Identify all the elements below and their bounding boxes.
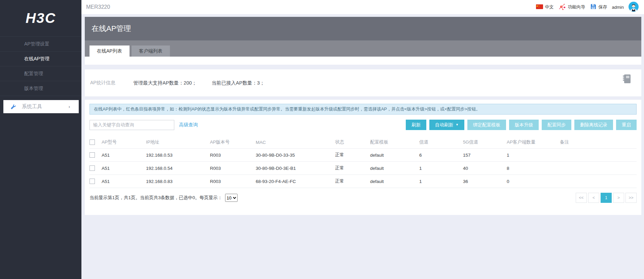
sidebar-item-ap-management-settings[interactable]: AP管理设置	[0, 36, 81, 51]
tools-icon	[9, 103, 17, 110]
china-flag-icon	[536, 4, 543, 10]
feature-wizard-button[interactable]: 功能向导	[559, 3, 585, 11]
table-cell: R003	[210, 162, 256, 175]
delete-offline-button[interactable]: 删除离线记录	[574, 120, 613, 130]
table-cell: 30-80-9B-D0-33-35	[256, 149, 335, 162]
tab-content-strip	[85, 57, 641, 65]
table-cell: 正常	[335, 149, 370, 162]
table-cell: default	[370, 149, 419, 162]
table-cell: A51	[102, 175, 146, 188]
page-title: 在线AP管理	[92, 24, 131, 34]
save-button[interactable]: 保存	[590, 3, 607, 11]
sidebar-menu: 系统信息快速设置MiniAP管理∨AP管理设置在线AP管理配置管理版本管理高级管…	[0, 36, 81, 111]
version-upgrade-button[interactable]: 版本升级	[509, 120, 539, 130]
table-cell: A51	[102, 149, 146, 162]
ap-stats-label: AP统计信息	[90, 80, 133, 86]
select-all-checkbox[interactable]	[90, 140, 95, 145]
table-cell: default	[370, 175, 419, 188]
table-row: A51192.168.0.83R00368-93-20-F4-AE-FC正常de…	[90, 175, 637, 188]
table-cell: 30-80-9B-D0-3E-B1	[256, 162, 335, 175]
sidebar-item-label: 配置管理	[24, 71, 43, 77]
log-notebook-icon[interactable]	[622, 74, 631, 85]
stats-panel: AP统计信息 管理最大支持AP数量：200； 当前已接入AP数量：3；	[85, 69, 641, 96]
table-cell	[560, 162, 637, 175]
table-cell: 0	[507, 175, 560, 188]
wizard-label: 功能向导	[568, 4, 585, 10]
h3c-logo: H3C	[0, 0, 81, 36]
column-header: 信道	[419, 136, 463, 149]
sidebar-item-version-management[interactable]: 版本管理	[0, 81, 81, 96]
button-label: 自动刷新	[435, 122, 453, 128]
table-cell: 1	[419, 175, 463, 188]
tab-online-ap-list[interactable]: 在线AP列表	[90, 45, 130, 57]
advanced-search-link[interactable]: 高级查询	[179, 122, 198, 128]
button-label: 绑定配置模板	[473, 122, 500, 128]
user-avatar[interactable]	[629, 2, 639, 13]
ap-current-count: 当前已接入AP数量：3；	[212, 80, 265, 86]
sidebar-item-label: 在线AP管理	[24, 56, 49, 62]
row-checkbox[interactable]	[90, 165, 95, 171]
content-area: MER3220 中文 功能向导 保存 admin 在线AP管理	[81, 0, 644, 279]
table-cell: 192.168.0.83	[146, 175, 210, 188]
table-cell	[560, 175, 637, 188]
pagination-bar: 当前显示第1页，共1页。当前页共3条数据，已选中0。每页显示： 10 <<<1>…	[90, 193, 637, 203]
table-row: A51192.168.0.53R00330-80-9B-D0-33-35正常de…	[90, 149, 637, 162]
sidebar-item-label: 系统工具	[22, 103, 42, 110]
row-checkbox-cell	[90, 175, 102, 188]
column-header: 配置模板	[370, 136, 419, 149]
last-page-button[interactable]: >>	[625, 193, 637, 203]
first-page-button[interactable]: <<	[576, 193, 587, 203]
next-page-button[interactable]: >	[613, 193, 624, 203]
refresh-button[interactable]: 刷新	[406, 120, 426, 130]
save-label: 保存	[599, 4, 607, 10]
table-cell	[560, 149, 637, 162]
sidebar-item-system-tools[interactable]: 系统工具›	[3, 100, 79, 113]
page-size-select[interactable]: 10	[225, 194, 238, 202]
caret-down-icon: ▼	[456, 123, 459, 126]
username: admin	[612, 5, 624, 10]
device-name: MER3220	[86, 4, 110, 10]
button-label: 重启	[622, 122, 631, 128]
topbar-right: 中文 功能向导 保存 admin	[536, 2, 639, 13]
language-switch[interactable]: 中文	[536, 4, 554, 10]
ap-stats-row: AP统计信息 管理最大支持AP数量：200； 当前已接入AP数量：3；	[85, 69, 641, 96]
app-window: H3C 系统信息快速设置MiniAP管理∨AP管理设置在线AP管理配置管理版本管…	[0, 0, 644, 279]
column-header: AP客户端数量	[507, 136, 560, 149]
button-label: 版本升级	[515, 122, 533, 128]
toolbar-buttons: 刷新自动刷新▼绑定配置模板版本升级配置同步删除离线记录重启	[406, 120, 637, 130]
table-cell: 36	[463, 175, 507, 188]
reboot-button[interactable]: 重启	[616, 120, 637, 130]
prev-page-button[interactable]: <	[588, 193, 599, 203]
row-checkbox[interactable]	[90, 152, 95, 158]
notice-text: 在线AP列表中，红色条目指表项异常，如：检测到AP的状态显示为版本升级异常或配置…	[94, 106, 480, 112]
sidebar-item-config-management[interactable]: 配置管理	[0, 66, 81, 81]
ap-table-head: AP型号IP地址AP版本号MAC状态配置模板信道5G信道AP客户端数量备注	[90, 136, 637, 149]
floppy-disk-icon	[590, 3, 597, 11]
column-header: 5G信道	[463, 136, 507, 149]
ap-table-body: A51192.168.0.53R00330-80-9B-D0-33-35正常de…	[90, 149, 637, 188]
column-header: MAC	[256, 136, 335, 149]
config-sync-button[interactable]: 配置同步	[542, 120, 571, 130]
sidebar: H3C 系统信息快速设置MiniAP管理∨AP管理设置在线AP管理配置管理版本管…	[0, 0, 81, 279]
pager: <<<1>>>	[576, 193, 637, 203]
ap-table: AP型号IP地址AP版本号MAC状态配置模板信道5G信道AP客户端数量备注 A5…	[90, 136, 637, 188]
page-header: 在线AP管理	[85, 17, 641, 40]
table-cell: default	[370, 162, 419, 175]
search-input[interactable]	[90, 120, 174, 130]
button-label: 刷新	[412, 122, 421, 128]
table-cell: R003	[210, 149, 256, 162]
table-cell: 1	[419, 162, 463, 175]
table-cell: 6	[419, 149, 463, 162]
row-checkbox[interactable]	[90, 179, 95, 184]
bind-template-button[interactable]: 绑定配置模板	[467, 120, 506, 130]
sidebar-item-online-ap-management[interactable]: 在线AP管理	[0, 51, 81, 66]
table-cell: 1	[507, 149, 560, 162]
tab-client-list[interactable]: 客户端列表	[132, 45, 170, 57]
page-1-button[interactable]: 1	[601, 193, 612, 203]
column-header: 状态	[335, 136, 370, 149]
column-header: IP地址	[146, 136, 210, 149]
auto-refresh-button[interactable]: 自动刷新▼	[429, 120, 464, 130]
table-cell: 157	[463, 149, 507, 162]
topbar: MER3220 中文 功能向导 保存 admin	[81, 0, 644, 14]
table-cell: 8	[507, 162, 560, 175]
